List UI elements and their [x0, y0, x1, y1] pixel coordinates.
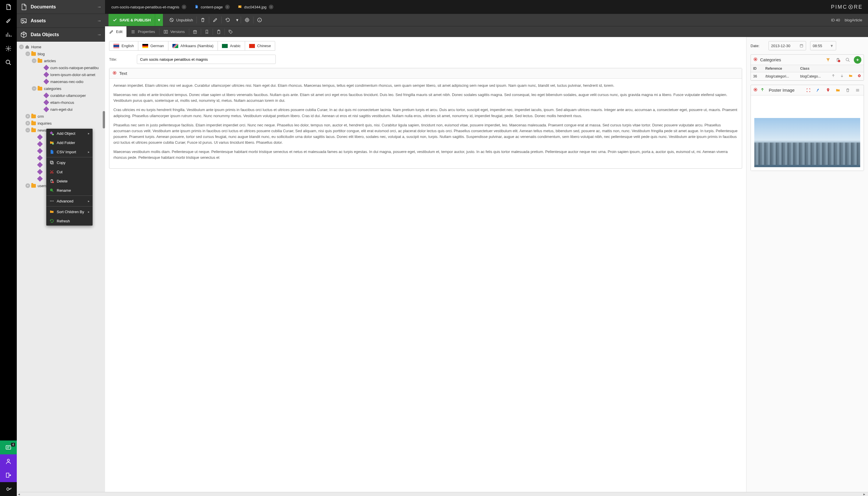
subtab-edit[interactable]: Edit: [105, 26, 126, 37]
reload-button[interactable]: [222, 14, 234, 26]
svg-point-5: [22, 20, 24, 21]
lang-tab-gb[interactable]: English: [109, 41, 138, 50]
ctx-label: Add Object: [57, 131, 75, 136]
folder-icon: [37, 58, 42, 63]
text-body[interactable]: Aenean imperdiet. Etiam ultricies nisi v…: [109, 79, 423, 168]
tab-1[interactable]: content-page×: [191, 0, 234, 14]
ctx-refresh[interactable]: Refresh: [46, 216, 93, 226]
ctx-label: CSV Import: [57, 150, 76, 154]
ctx-copy[interactable]: Copy: [46, 158, 93, 167]
tree-toggle-icon[interactable]: [19, 45, 24, 49]
sidebar-panel-documents[interactable]: Documents →: [17, 0, 105, 14]
tree-item[interactable]: inquiries: [17, 120, 105, 127]
rename-icon: [49, 188, 55, 193]
language-tabs: EnglishGermanAfrikaans (Namibia)ArabicCh…: [109, 41, 275, 51]
tree-item[interactable]: cum-sociis-natoque-penatibu: [17, 64, 105, 71]
rail-tools-icon[interactable]: [0, 14, 17, 28]
folder-icon: [31, 128, 36, 133]
subtab-properties[interactable]: Properties: [127, 26, 159, 37]
rail-file-icon[interactable]: [0, 0, 17, 14]
tree-toggle-icon[interactable]: [32, 86, 36, 91]
tree-toggle-icon[interactable]: [26, 128, 30, 133]
svg-point-24: [246, 19, 248, 21]
tree-item[interactable]: etiam-rhoncus: [17, 99, 105, 106]
svg-rect-26: [164, 30, 166, 33]
ctx-sort-children-by[interactable]: Sort Children By: [46, 207, 93, 216]
save-dropdown-button[interactable]: ▼: [155, 14, 163, 26]
tab-2[interactable]: dsc04344.jpg×: [234, 0, 277, 14]
sidebar-panel-data-objects[interactable]: Data Objects →: [17, 28, 105, 42]
object-icon: [37, 156, 42, 160]
body-paragraph: Phasellus nec sem in justo pellentesque …: [113, 122, 423, 146]
tree-item[interactable]: nam-eget-dui: [17, 106, 105, 113]
csv-icon: [49, 149, 55, 154]
tree-item[interactable]: lorem-ipsum-dolor-sit-amet: [17, 71, 105, 78]
tree-toggle-icon: [38, 79, 43, 84]
tree-home[interactable]: Home: [17, 43, 105, 50]
ctx-label: Delete: [57, 179, 68, 183]
target-button[interactable]: [241, 14, 253, 26]
ctx-advanced[interactable]: Advanced: [46, 196, 93, 206]
info-button[interactable]: [254, 14, 265, 26]
tab-0[interactable]: cum-sociis-natoque-penatibus-et-magnis×: [105, 0, 191, 14]
reload-dropdown-button[interactable]: ▼: [234, 14, 241, 26]
rail-settings-icon[interactable]: [0, 42, 17, 56]
ctx-add-folder[interactable]: Add Folder: [46, 138, 93, 147]
ctx-label: Rename: [57, 188, 71, 192]
lang-tab-na[interactable]: Afrikaans (Namibia): [168, 41, 218, 50]
main-area: cum-sociis-natoque-penatibus-et-magnis×c…: [105, 0, 423, 241]
tree-toggle-icon[interactable]: [26, 51, 30, 56]
tree-item[interactable]: blog: [17, 50, 105, 57]
title-input[interactable]: [137, 55, 276, 64]
tree-item[interactable]: curabitur-ullamcorper: [17, 92, 105, 99]
subtab-bookmark-icon[interactable]: [201, 26, 213, 37]
text-panel: Text Aenean imperdiet. Etiam ultricies n…: [109, 68, 423, 169]
tree-label: inquiries: [37, 121, 51, 125]
rail-search-icon[interactable]: [0, 56, 17, 69]
ctx-rename[interactable]: Rename: [46, 186, 93, 195]
ctx-add-object[interactable]: Add Object: [46, 129, 93, 138]
lang-tab-cn[interactable]: Chinese: [245, 41, 275, 50]
lang-tab-de[interactable]: German: [138, 41, 168, 50]
close-icon[interactable]: ×: [225, 5, 230, 9]
subtab-clipboard-icon[interactable]: [213, 26, 225, 37]
object-subbar: Edit Properties Versions: [105, 26, 423, 37]
save-publish-button[interactable]: SAVE & PUBLISH: [108, 14, 155, 26]
close-icon[interactable]: ×: [269, 5, 273, 9]
close-icon[interactable]: ×: [182, 5, 186, 9]
tree-toggle-icon[interactable]: [26, 121, 30, 125]
tree-label: crm: [37, 114, 44, 119]
edit-pencil-button[interactable]: [209, 14, 221, 26]
tree-toggle-icon[interactable]: [26, 183, 30, 188]
lang-tab-ar[interactable]: Arabic: [218, 41, 245, 50]
ctx-csv-import[interactable]: CSV Import: [46, 147, 93, 156]
tree-label: news: [37, 128, 46, 133]
svg-point-17: [53, 201, 54, 202]
subtab-schedule-icon[interactable]: [189, 26, 201, 37]
chevron-right-icon: →: [97, 4, 102, 10]
delete-button[interactable]: [197, 14, 209, 26]
tree-item[interactable]: crm: [17, 113, 105, 120]
svg-point-15: [50, 201, 51, 202]
doc-icon: [195, 5, 198, 10]
editor-column: EnglishGermanAfrikaans (Namibia)ArabicCh…: [105, 37, 423, 241]
svg-point-31: [229, 31, 230, 31]
subtab-versions[interactable]: Versions: [159, 26, 189, 37]
sidebar-panel-assets[interactable]: Assets →: [17, 14, 105, 28]
subtab-tag-icon[interactable]: [225, 26, 237, 37]
body-paragraph: Aenean imperdiet. Etiam ultricies nisi v…: [113, 83, 423, 89]
ctx-cut[interactable]: Cut: [46, 167, 93, 176]
tree-item[interactable]: articles: [17, 57, 105, 64]
tree-scrollbar[interactable]: [103, 111, 105, 128]
tree-item[interactable]: maecenas-nec-odio: [17, 78, 105, 85]
text-panel-label: Text: [119, 71, 127, 76]
rail-analytics-icon[interactable]: [0, 28, 17, 42]
ctx-delete[interactable]: Delete: [46, 176, 93, 186]
tree-toggle-icon[interactable]: [26, 114, 30, 119]
ctx-label: Advanced: [57, 199, 74, 203]
tree-toggle-icon: [38, 72, 43, 77]
tree-item[interactable]: categories: [17, 85, 105, 92]
tab-label: dsc04344.jpg: [244, 5, 267, 9]
unpublish-button[interactable]: Unpublish: [166, 14, 196, 26]
tree-toggle-icon[interactable]: [32, 58, 36, 63]
